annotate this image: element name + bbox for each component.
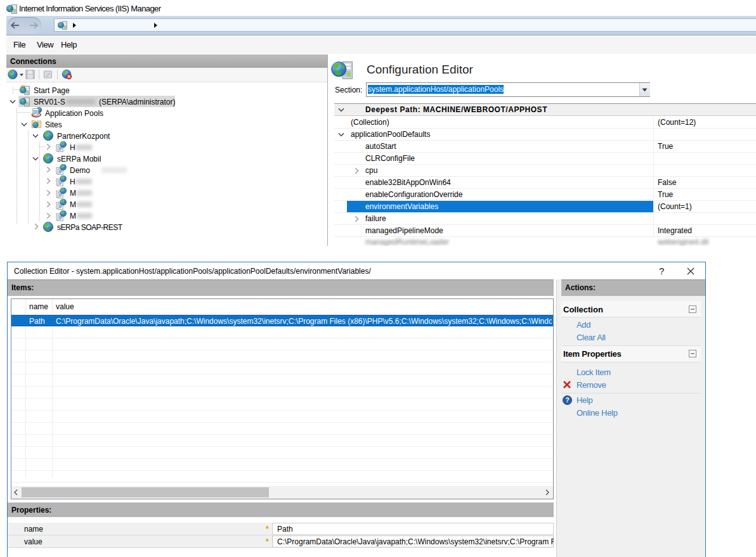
svg-text:?: ? xyxy=(565,397,569,404)
